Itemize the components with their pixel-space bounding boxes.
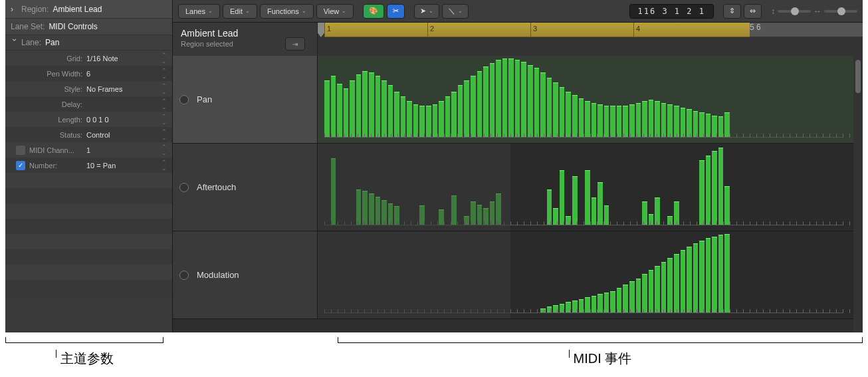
param-value[interactable]: 1/16 Note: [85, 55, 160, 63]
midi-event-bar[interactable]: [642, 274, 647, 314]
view-menu[interactable]: View⌄: [316, 4, 354, 19]
midi-event-bar[interactable]: [592, 103, 597, 138]
midi-event-bar[interactable]: [547, 78, 552, 138]
midi-event-bar[interactable]: [426, 106, 431, 138]
lane-header[interactable]: Aftertouch: [173, 144, 318, 231]
midi-event-bar[interactable]: [597, 294, 603, 313]
midi-event-bar[interactable]: [381, 80, 387, 138]
midi-event-bar[interactable]: [439, 101, 444, 138]
midi-event-bar[interactable]: [699, 160, 705, 225]
midi-event-bar[interactable]: [693, 243, 699, 313]
vzoom-slider[interactable]: [778, 10, 811, 13]
playhead-locator[interactable]: [318, 23, 324, 37]
midi-event-bar[interactable]: [617, 288, 622, 313]
midi-event-bar[interactable]: [629, 281, 635, 313]
midi-event-bar[interactable]: [528, 65, 533, 138]
midi-event-bar[interactable]: [636, 103, 641, 138]
lane-radio[interactable]: [179, 183, 189, 192]
midi-event-bar[interactable]: [471, 201, 476, 225]
hzoom-fit[interactable]: ⇔: [744, 4, 762, 19]
vertical-scrollbar[interactable]: [853, 56, 863, 332]
midi-event-bar[interactable]: [579, 98, 584, 138]
param-row[interactable]: Pen Width:6⌃⌄: [5, 66, 172, 81]
stepper-icon[interactable]: ⌃⌄: [160, 83, 168, 95]
midi-event-bar[interactable]: [604, 205, 609, 225]
midi-event-bar[interactable]: [592, 197, 597, 225]
midi-event-bar[interactable]: [362, 71, 368, 138]
hzoom-slider[interactable]: [824, 10, 857, 13]
midi-event-bar[interactable]: [331, 76, 336, 138]
param-value[interactable]: 0 0 1 0: [85, 116, 160, 124]
midi-event-bar[interactable]: [610, 106, 615, 138]
midi-event-bar[interactable]: [471, 76, 476, 138]
midi-event-bar[interactable]: [604, 106, 609, 138]
midi-event-bar[interactable]: [419, 205, 425, 225]
midi-event-bar[interactable]: [413, 104, 419, 138]
functions-menu[interactable]: Functions⌄: [260, 4, 314, 19]
midi-event-bar[interactable]: [724, 112, 730, 138]
midi-event-bar[interactable]: [674, 254, 679, 313]
param-checkbox[interactable]: [16, 146, 25, 155]
midi-event-bar[interactable]: [655, 197, 660, 225]
lane-body[interactable]: [318, 231, 863, 318]
param-value[interactable]: 10 = Pan: [85, 162, 160, 170]
midi-event-bar[interactable]: [521, 62, 526, 138]
param-value[interactable]: 6: [85, 70, 160, 78]
midi-in-button[interactable]: 🎨: [363, 4, 384, 19]
param-row[interactable]: Grid:1/16 Note⌃⌄: [5, 51, 172, 66]
param-value[interactable]: Control: [85, 131, 160, 139]
midi-event-bar[interactable]: [636, 279, 641, 313]
midi-event-bar[interactable]: [439, 209, 444, 225]
midi-event-bar[interactable]: [388, 85, 393, 138]
midi-event-bar[interactable]: [572, 176, 578, 225]
midi-event-bar[interactable]: [369, 193, 374, 225]
midi-out-button[interactable]: ✂: [387, 4, 405, 19]
midi-event-bar[interactable]: [490, 63, 495, 138]
midi-event-bar[interactable]: [350, 80, 355, 138]
midi-event-bar[interactable]: [712, 237, 717, 313]
param-row[interactable]: MIDI Chann...1⌃⌄: [5, 142, 172, 158]
stepper-icon[interactable]: ⌃⌄: [160, 68, 168, 80]
midi-event-bar[interactable]: [579, 299, 584, 313]
midi-event-bar[interactable]: [649, 270, 654, 313]
lane-radio[interactable]: [179, 271, 189, 280]
midi-event-bar[interactable]: [597, 182, 603, 225]
midi-event-bar[interactable]: [706, 156, 711, 225]
edit-menu[interactable]: Edit⌄: [223, 4, 257, 19]
lane-radio[interactable]: [179, 95, 189, 104]
midi-event-bar[interactable]: [724, 186, 730, 226]
midi-event-bar[interactable]: [464, 80, 469, 138]
midi-event-bar[interactable]: [724, 234, 730, 313]
midi-event-bar[interactable]: [540, 72, 546, 138]
param-value[interactable]: No Frames: [85, 85, 160, 93]
midi-event-bar[interactable]: [642, 101, 647, 138]
midi-event-bar[interactable]: [458, 85, 463, 138]
midi-event-bar[interactable]: [376, 197, 381, 225]
midi-event-bar[interactable]: [661, 103, 667, 138]
midi-event-bar[interactable]: [597, 104, 603, 138]
midi-event-bar[interactable]: [661, 262, 667, 313]
midi-event-bar[interactable]: [667, 104, 673, 138]
midi-event-bar[interactable]: [560, 87, 565, 138]
param-row[interactable]: Style:No Frames⌃⌄: [5, 81, 172, 96]
midi-event-bar[interactable]: [483, 208, 488, 225]
midi-event-bar[interactable]: [623, 106, 628, 138]
midi-event-bar[interactable]: [547, 189, 552, 225]
midi-event-bar[interactable]: [560, 170, 565, 225]
midi-event-bar[interactable]: [445, 96, 451, 138]
midi-event-bar[interactable]: [356, 189, 362, 225]
lane-header[interactable]: Modulation: [173, 231, 318, 318]
midi-event-bar[interactable]: [483, 66, 488, 138]
midi-event-bar[interactable]: [344, 88, 349, 138]
midi-event-bar[interactable]: [585, 297, 590, 313]
midi-event-bar[interactable]: [394, 92, 399, 138]
laneset-row[interactable]: Lane Set: MIDI Controls: [5, 19, 172, 35]
midi-event-bar[interactable]: [331, 158, 336, 225]
midi-event-bar[interactable]: [649, 100, 654, 138]
midi-event-bar[interactable]: [356, 74, 362, 138]
midi-event-bar[interactable]: [629, 104, 635, 138]
midi-event-bar[interactable]: [718, 235, 724, 313]
midi-event-bar[interactable]: [712, 151, 717, 225]
midi-event-bar[interactable]: [718, 148, 724, 225]
midi-event-bar[interactable]: [617, 106, 622, 138]
